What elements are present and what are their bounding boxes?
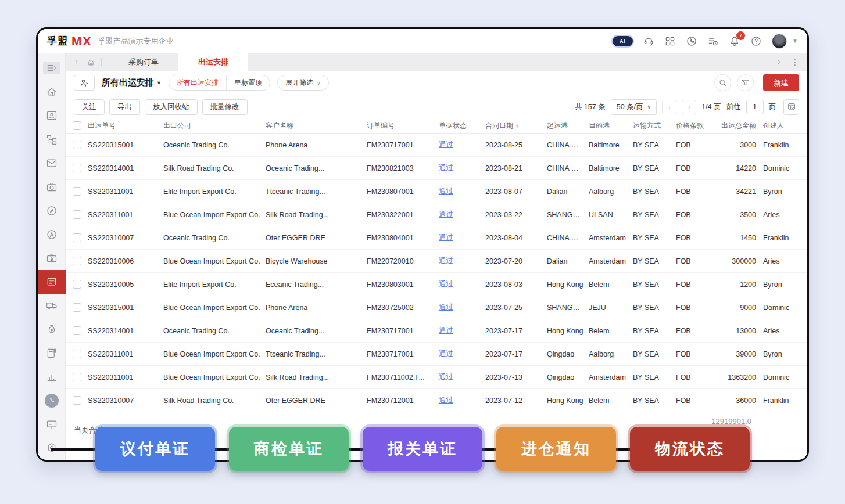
column-settings-button[interactable]: [783, 99, 799, 115]
export-button[interactable]: 导出: [109, 99, 140, 115]
help-icon[interactable]: [750, 35, 762, 47]
col-export-company[interactable]: 出口公司: [163, 121, 266, 131]
cell-shipping-no[interactable]: SS220311001: [88, 188, 163, 196]
expand-filter-pill[interactable]: 展开筛选 ∨: [277, 75, 329, 91]
row-checkbox[interactable]: [73, 257, 81, 265]
row-checkbox[interactable]: [73, 373, 81, 381]
row-checkbox[interactable]: [73, 233, 81, 242]
table-row[interactable]: SS220311001 Blue Ocean Import Export Co.…: [66, 343, 807, 366]
search-button[interactable]: [714, 74, 731, 91]
status-link[interactable]: 通过: [439, 350, 453, 358]
status-link[interactable]: 通过: [439, 233, 453, 242]
status-link[interactable]: 通过: [439, 141, 453, 149]
recycle-bin-button[interactable]: 放入回收站: [145, 99, 198, 115]
sidebar-item-money-bag[interactable]: [38, 318, 66, 341]
sidebar-item-bar-chart[interactable]: [38, 365, 66, 388]
segment-all-shipping[interactable]: 所有出运安排: [169, 75, 226, 90]
sidebar-item-shipping-orders[interactable]: [38, 270, 66, 294]
col-shipping-no[interactable]: 出运单号: [88, 121, 163, 131]
ai-assistant-icon[interactable]: AI: [613, 36, 633, 46]
home-tab-icon[interactable]: [87, 58, 95, 67]
cell-shipping-no[interactable]: SS220314001: [88, 164, 163, 172]
status-link[interactable]: 通过: [439, 187, 453, 195]
col-customer[interactable]: 客户名称: [266, 121, 367, 131]
row-checkbox[interactable]: [73, 164, 81, 172]
table-row[interactable]: SS220310006 Blue Ocean Import Export Co.…: [66, 250, 807, 273]
row-checkbox[interactable]: [73, 303, 81, 312]
new-button[interactable]: 新建: [763, 74, 799, 91]
flow-button[interactable]: 议付单证: [95, 427, 215, 471]
back-chevron-icon[interactable]: [73, 58, 81, 66]
sidebar-item-mail[interactable]: [38, 152, 66, 175]
flow-button[interactable]: 进仓通知: [496, 427, 616, 471]
sidebar-item-compass[interactable]: [38, 199, 66, 222]
col-price-term[interactable]: 价格条款: [676, 121, 720, 131]
table-row[interactable]: SS220314001 Silk Road Trading Co. Oceani…: [66, 157, 807, 180]
row-checkbox[interactable]: [73, 280, 81, 289]
goto-page-input[interactable]: [746, 100, 764, 114]
status-link[interactable]: 通过: [439, 373, 453, 381]
task-history-icon[interactable]: [707, 35, 719, 47]
avatar-chevron-down-icon[interactable]: ▼: [792, 38, 798, 44]
sidebar-item-target-a[interactable]: [38, 222, 66, 246]
sidebar-item-briefcase-dollar[interactable]: [38, 246, 66, 270]
next-page-button[interactable]: ›: [682, 100, 696, 114]
cell-shipping-no[interactable]: SS220315001: [88, 141, 163, 149]
headset-icon[interactable]: [643, 35, 654, 47]
flow-button[interactable]: 物流状态: [630, 427, 750, 471]
user-avatar[interactable]: [772, 34, 787, 49]
table-row[interactable]: SS220311001 Blue Ocean Import Export Co.…: [66, 203, 807, 226]
col-port-from[interactable]: 起运港: [547, 121, 589, 131]
table-row[interactable]: SS220315001 Blue Ocean Import Export Co.…: [66, 296, 807, 319]
status-link[interactable]: 通过: [439, 164, 453, 172]
status-link[interactable]: 通过: [439, 280, 453, 288]
col-total-amount[interactable]: 出运总金额: [720, 121, 757, 131]
sidebar-item-truck[interactable]: [38, 294, 66, 318]
batch-edit-button[interactable]: 批量修改: [202, 99, 248, 115]
table-row[interactable]: SS220310007 Silk Road Trading Co. Oter E…: [66, 389, 807, 412]
table-row[interactable]: SS220315001 Oceanic Trading Co. Phone Ar…: [66, 134, 807, 157]
cell-shipping-no[interactable]: SS220310007: [88, 234, 163, 242]
cell-shipping-no[interactable]: SS220310005: [88, 280, 163, 289]
table-row[interactable]: SS220310007 Oceanic Trading Co. Oter EGG…: [66, 226, 807, 250]
cell-shipping-no[interactable]: SS220310007: [88, 397, 163, 405]
status-link[interactable]: 通过: [439, 210, 453, 218]
whatsapp-icon[interactable]: [686, 35, 697, 47]
status-link[interactable]: 通过: [439, 303, 453, 311]
sidebar-item-org-chart[interactable]: [38, 128, 66, 152]
tab-purchase-orders[interactable]: 采购订单: [109, 53, 178, 71]
filter-button[interactable]: [737, 74, 754, 91]
table-row[interactable]: SS220311001 Elite Import Export Co. Ttce…: [66, 180, 807, 203]
flow-button[interactable]: 商检单证: [229, 427, 349, 471]
forward-chevron-icon[interactable]: [775, 58, 783, 66]
col-transport[interactable]: 运输方式: [633, 121, 676, 131]
status-link[interactable]: 通过: [439, 396, 453, 404]
table-row[interactable]: SS220310005 Elite Import Export Co. Ecea…: [66, 273, 807, 296]
sidebar-item-notebook[interactable]: [38, 341, 66, 365]
sidebar-item-contacts[interactable]: [38, 104, 66, 128]
col-order-no[interactable]: 订单编号: [367, 121, 439, 131]
sort-icon[interactable]: ▲▼: [515, 124, 519, 128]
tab-more-menu-icon[interactable]: ⋮: [791, 57, 799, 67]
col-port-to[interactable]: 目的港: [589, 121, 633, 131]
sidebar-item-collapse-menu[interactable]: [38, 56, 66, 80]
row-checkbox[interactable]: [73, 187, 81, 196]
row-checkbox[interactable]: [73, 210, 81, 219]
col-contract-date[interactable]: 合同日期▲▼: [485, 121, 547, 131]
select-all-checkbox[interactable]: [73, 121, 81, 130]
apps-grid-icon[interactable]: [664, 35, 676, 47]
col-creator[interactable]: 创建人: [757, 121, 807, 131]
row-checkbox[interactable]: [73, 396, 81, 405]
table-row[interactable]: SS220311001 Blue Ocean Import Export Co.…: [66, 366, 807, 389]
view-selector[interactable]: 所有出运安排 ▼: [102, 77, 162, 88]
sidebar-item-home[interactable]: [38, 80, 66, 104]
cell-shipping-no[interactable]: SS220310006: [88, 257, 163, 265]
row-checkbox[interactable]: [73, 326, 81, 335]
owner-filter-button[interactable]: [74, 75, 95, 91]
status-link[interactable]: 通过: [439, 326, 453, 334]
status-link[interactable]: 通过: [439, 257, 453, 265]
row-checkbox[interactable]: [73, 350, 81, 358]
sidebar-item-camera[interactable]: [38, 175, 66, 199]
segment-starred-pinned[interactable]: 星标置顶: [226, 75, 270, 90]
col-status[interactable]: 单据状态: [439, 121, 485, 131]
